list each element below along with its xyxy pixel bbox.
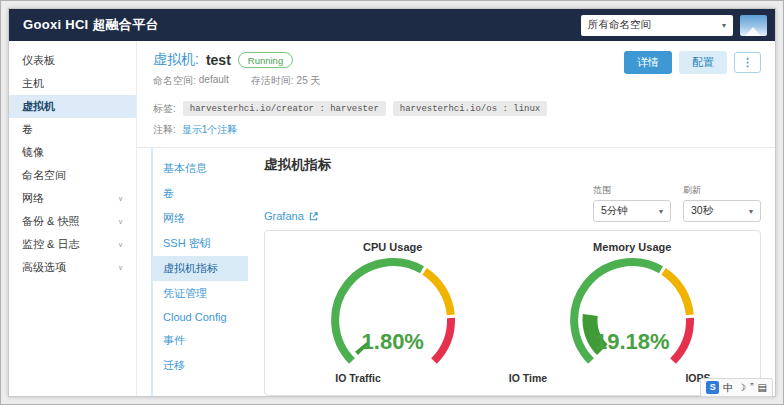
cpu-gauge-value: 1.80% bbox=[273, 329, 513, 355]
range-select[interactable]: 5分钟 ▾ bbox=[593, 200, 671, 222]
sidebar-item-images[interactable]: 镜像 bbox=[9, 141, 136, 164]
desktop: Gooxi HCI 超融合平台 所有命名空间 ▾ 仪表板 主机 虚拟机 卷 镜像… bbox=[0, 0, 784, 405]
tab-cloud-config[interactable]: Cloud Config bbox=[153, 306, 248, 328]
refresh-select[interactable]: 30秒 ▾ bbox=[683, 200, 761, 222]
ime-logo-icon[interactable]: S bbox=[706, 381, 719, 394]
sidebar-item-monitoring-logs[interactable]: 监控 & 日志∨ bbox=[9, 233, 136, 256]
cpu-gauge: CPU Usage 1.80% bbox=[273, 241, 513, 368]
namespace-select-value: 所有命名空间 bbox=[588, 18, 651, 32]
io-traffic-panel: IO Traffic 5 kB/s4 kB/s3 kB/s bbox=[273, 372, 443, 395]
tab-volumes[interactable]: 卷 bbox=[153, 181, 248, 206]
tag-chip: harvesterhci.io/os : linux bbox=[393, 101, 547, 116]
vm-type-link[interactable]: 虚拟机: bbox=[153, 51, 199, 69]
refresh-select-value: 30秒 bbox=[691, 204, 713, 218]
sidebar-item-label: 主机 bbox=[22, 76, 44, 91]
sidebar-item-label: 网络 bbox=[22, 191, 44, 206]
tab-vm-metrics[interactable]: 虚拟机指标 bbox=[153, 256, 248, 281]
sidebar-item-label: 虚拟机 bbox=[22, 99, 55, 114]
chevron-down-icon: ∨ bbox=[118, 195, 123, 203]
tag-chip: harvesterhci.io/creator : harvester bbox=[183, 101, 386, 116]
chevron-down-icon: ▾ bbox=[749, 207, 753, 216]
io-time-title: IO Time bbox=[443, 372, 613, 384]
io-traffic-chart: 5 kB/s4 kB/s3 kB/s bbox=[273, 386, 443, 396]
chevron-down-icon: ∨ bbox=[118, 264, 123, 272]
ime-punctuation-icon[interactable]: ” bbox=[750, 381, 753, 394]
vm-namespace-label: 命名空间: bbox=[153, 74, 196, 88]
ime-language-indicator[interactable]: 中 bbox=[723, 381, 733, 394]
tab-events[interactable]: 事件 bbox=[153, 328, 248, 353]
range-select-value: 5分钟 bbox=[601, 204, 628, 218]
tags-row: 标签: harvesterhci.io/creator : harvester … bbox=[137, 101, 775, 116]
gauges-row: CPU Usage 1.80% Memory Usage 19.18% bbox=[273, 241, 752, 368]
vm-age: 存活时间: 25 天 bbox=[251, 74, 321, 88]
charts-container: CPU Usage 1.80% Memory Usage 19.18% bbox=[264, 230, 761, 396]
grafana-link[interactable]: Grafana bbox=[264, 210, 319, 222]
sidebar-item-dashboard[interactable]: 仪表板 bbox=[9, 49, 136, 72]
metrics-controls: Grafana 范围 5分钟 bbox=[264, 184, 761, 222]
avatar[interactable] bbox=[740, 15, 767, 36]
vm-title-line: 虚拟机: test Running bbox=[153, 51, 321, 69]
tags-label: 标签: bbox=[153, 102, 176, 116]
vm-metrics-panel: 虚拟机指标 Grafana 范围 bbox=[248, 148, 775, 396]
external-link-icon bbox=[308, 211, 319, 222]
sidebar-item-advanced[interactable]: 高级选项∨ bbox=[9, 256, 136, 279]
vm-namespace-value: default bbox=[199, 74, 229, 88]
sidebar-item-hosts[interactable]: 主机 bbox=[9, 72, 136, 95]
tab-networks[interactable]: 网络 bbox=[153, 206, 248, 231]
namespace-select[interactable]: 所有命名空间 ▾ bbox=[581, 15, 733, 36]
tab-basic-info[interactable]: 基本信息 bbox=[153, 156, 248, 181]
status-badge: Running bbox=[238, 52, 293, 68]
grafana-link-label: Grafana bbox=[264, 210, 304, 222]
sidebar-item-label: 监控 & 日志 bbox=[22, 237, 79, 252]
vm-meta-line: 命名空间: default 存活时间: 25 天 bbox=[153, 74, 321, 88]
sidebar-item-networks[interactable]: 网络∨ bbox=[9, 187, 136, 210]
sidebar-item-namespaces[interactable]: 命名空间 bbox=[9, 164, 136, 187]
more-actions-button[interactable]: ⋮ bbox=[734, 52, 761, 73]
sidebar-item-label: 镜像 bbox=[22, 145, 44, 160]
memory-gauge-title: Memory Usage bbox=[513, 241, 753, 253]
refresh-group: 刷新 30秒 ▾ bbox=[683, 184, 761, 222]
ime-toolbar: S 中 ☽ ” ▤ bbox=[700, 378, 773, 397]
annotations-row: 注释: 显示1个注释 bbox=[137, 123, 775, 137]
vm-title-block: 虚拟机: test Running 命名空间: default 存活时间: bbox=[153, 51, 321, 88]
sidebar-item-backup-snapshot[interactable]: 备份 & 快照∨ bbox=[9, 210, 136, 233]
sidebar-item-label: 备份 & 快照 bbox=[22, 214, 79, 229]
sidebar-item-label: 仪表板 bbox=[22, 53, 55, 68]
chevron-down-icon: ▾ bbox=[659, 207, 663, 216]
tab-migration[interactable]: 迁移 bbox=[153, 353, 248, 378]
tab-ssh-keys[interactable]: SSH 密钥 bbox=[153, 231, 248, 256]
config-button[interactable]: 配置 bbox=[679, 51, 727, 74]
tab-credentials[interactable]: 凭证管理 bbox=[153, 281, 248, 306]
app-title: Gooxi HCI 超融合平台 bbox=[23, 16, 159, 34]
sidebar-item-label: 高级选项 bbox=[22, 260, 66, 275]
chevron-down-icon: ∨ bbox=[118, 241, 123, 249]
vm-namespace: 命名空间: default bbox=[153, 74, 229, 88]
refresh-label: 刷新 bbox=[683, 184, 761, 197]
vm-age-value: 25 天 bbox=[297, 74, 321, 88]
sidebar-item-label: 卷 bbox=[22, 122, 33, 137]
details-button[interactable]: 详情 bbox=[624, 51, 672, 74]
sidebar-item-label: 命名空间 bbox=[22, 168, 66, 183]
cpu-gauge-title: CPU Usage bbox=[273, 241, 513, 253]
chevron-down-icon: ∨ bbox=[118, 218, 123, 226]
app-window: Gooxi HCI 超融合平台 所有命名空间 ▾ 仪表板 主机 虚拟机 卷 镜像… bbox=[8, 8, 776, 397]
vm-detail-header: 虚拟机: test Running 命名空间: default 存活时间: bbox=[137, 51, 775, 88]
vm-name: test bbox=[206, 52, 231, 68]
io-time-panel: IO Time 2 ms1.50 ms1 ms bbox=[443, 372, 613, 395]
memory-gauge: Memory Usage 19.18% bbox=[513, 241, 753, 368]
top-header: Gooxi HCI 超融合平台 所有命名空间 ▾ bbox=[9, 9, 775, 41]
ime-moon-icon[interactable]: ☽ bbox=[737, 381, 746, 394]
range-label: 范围 bbox=[593, 184, 671, 197]
app-body: 仪表板 主机 虚拟机 卷 镜像 命名空间 网络∨ 备份 & 快照∨ 监控 & 日… bbox=[9, 41, 775, 396]
sidebar: 仪表板 主机 虚拟机 卷 镜像 命名空间 网络∨ 备份 & 快照∨ 监控 & 日… bbox=[9, 41, 137, 396]
show-annotations-link[interactable]: 显示1个注释 bbox=[182, 123, 238, 137]
io-traffic-title: IO Traffic bbox=[273, 372, 443, 384]
chevron-down-icon: ▾ bbox=[722, 21, 726, 30]
main-content: 虚拟机: test Running 命名空间: default 存活时间: bbox=[137, 41, 775, 396]
mini-charts-row: IO Traffic 5 kB/s4 kB/s3 kB/s IO Time 2 … bbox=[273, 372, 752, 395]
ime-keyboard-icon[interactable]: ▤ bbox=[758, 381, 767, 394]
sidebar-item-volumes[interactable]: 卷 bbox=[9, 118, 136, 141]
sidebar-item-virtual-machines[interactable]: 虚拟机 bbox=[9, 95, 136, 118]
annotations-label: 注释: bbox=[153, 123, 176, 137]
vm-detail-tabs: 基本信息 卷 网络 SSH 密钥 虚拟机指标 凭证管理 Cloud Config… bbox=[151, 148, 248, 396]
